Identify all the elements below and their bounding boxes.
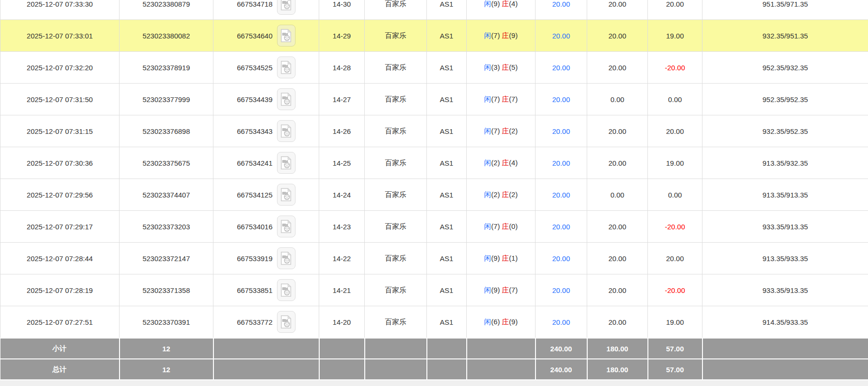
summary-winloss-total: 57.00 bbox=[666, 366, 684, 374]
bet-amount-link[interactable]: 20.00 bbox=[552, 32, 570, 40]
bet-amount-link[interactable]: 20.00 bbox=[552, 127, 570, 135]
round-number: 14-28 bbox=[332, 64, 351, 72]
summary-label: 小计 bbox=[53, 344, 67, 352]
banker-label: 庄 bbox=[502, 318, 509, 326]
video-replay-button[interactable] bbox=[277, 152, 295, 174]
win-loss-amount: 19.00 bbox=[666, 159, 684, 167]
cell-bet-id: 523023376898 bbox=[120, 115, 213, 147]
video-replay-button[interactable] bbox=[277, 0, 295, 15]
cell-bet-time: 2025-12-07 07:29:17 bbox=[0, 211, 120, 243]
bet-time: 2025-12-07 07:31:50 bbox=[27, 95, 92, 104]
table-row: 2025-12-07 07:33:30523023380879667534718… bbox=[0, 0, 868, 20]
video-record-icon bbox=[280, 315, 292, 329]
bet-amount-link[interactable]: 20.00 bbox=[552, 0, 570, 8]
bet-amount-link[interactable]: 20.00 bbox=[552, 191, 570, 199]
summary-empty bbox=[365, 359, 427, 380]
cell-win-loss: -20.00 bbox=[648, 274, 702, 306]
cell-round-number: 14-29 bbox=[319, 20, 365, 52]
bet-amount-link[interactable]: 20.00 bbox=[552, 64, 570, 72]
cell-game-type: 百家乐 bbox=[365, 243, 427, 274]
video-record-icon bbox=[280, 93, 292, 106]
bet-id: 523023370391 bbox=[142, 318, 190, 326]
cell-bet-amount: 20.00 bbox=[536, 20, 587, 52]
win-loss-amount: 0.00 bbox=[668, 95, 682, 104]
cell-game-type: 百家乐 bbox=[365, 115, 427, 147]
bet-amount-link[interactable]: 20.00 bbox=[552, 254, 570, 263]
cell-table-code: AS1 bbox=[427, 20, 467, 52]
table-code: AS1 bbox=[440, 127, 453, 135]
cell-round-number: 14-23 bbox=[319, 211, 365, 243]
cell-game-type: 百家乐 bbox=[365, 179, 427, 211]
bet-id: 523023371358 bbox=[142, 286, 190, 294]
cell-game-id: 667534439 bbox=[213, 84, 319, 115]
video-replay-button[interactable] bbox=[277, 184, 295, 206]
cell-game-result: 闲(7) 庄(7) bbox=[467, 84, 536, 115]
bet-amount-link[interactable]: 20.00 bbox=[552, 95, 570, 104]
table-code: AS1 bbox=[440, 32, 453, 40]
summary-empty bbox=[427, 338, 467, 359]
video-replay-button[interactable] bbox=[277, 311, 295, 333]
bet-id: 523023376898 bbox=[142, 127, 190, 135]
video-replay-button[interactable] bbox=[277, 247, 295, 269]
cell-table-code: AS1 bbox=[427, 179, 467, 211]
game-round-id: 667533919 bbox=[237, 254, 272, 263]
bet-time: 2025-12-07 07:28:44 bbox=[27, 254, 92, 263]
balance-before-after: 951.35/971.35 bbox=[763, 0, 808, 8]
cell-valid-amount: 20.00 bbox=[587, 306, 648, 339]
valid-amount: 20.00 bbox=[609, 286, 627, 294]
game-result: 闲(6) 庄(9) bbox=[484, 318, 518, 326]
video-replay-button[interactable] bbox=[277, 25, 295, 47]
video-replay-button[interactable] bbox=[277, 56, 295, 78]
player-label: 闲 bbox=[484, 286, 491, 294]
summary-empty bbox=[467, 359, 536, 380]
cell-valid-amount: 20.00 bbox=[587, 147, 648, 179]
summary-winloss-total: 57.00 bbox=[666, 345, 684, 353]
table-row: 2025-12-07 07:27:51523023370391667533772… bbox=[0, 306, 868, 339]
summary-bet-total: 240.00 bbox=[550, 366, 572, 374]
video-record-icon bbox=[280, 156, 292, 169]
cell-game-type: 百家乐 bbox=[365, 20, 427, 52]
cell-win-loss: -20.00 bbox=[648, 52, 702, 84]
bet-amount-link[interactable]: 20.00 bbox=[552, 159, 570, 167]
cell-game-result: 闲(2) 庄(4) bbox=[467, 147, 536, 179]
cell-game-id: 667534525 bbox=[213, 52, 319, 84]
video-replay-button[interactable] bbox=[277, 216, 295, 237]
cell-bet-amount: 20.00 bbox=[536, 211, 587, 243]
player-label: 闲 bbox=[484, 318, 491, 326]
bet-time: 2025-12-07 07:33:01 bbox=[27, 32, 92, 40]
banker-label: 庄 bbox=[502, 31, 509, 39]
bet-id: 523023373203 bbox=[142, 223, 190, 231]
round-number: 14-26 bbox=[332, 127, 351, 135]
video-replay-button[interactable] bbox=[277, 279, 295, 301]
video-record-icon bbox=[280, 283, 292, 297]
balance-before-after: 932.35/951.35 bbox=[763, 32, 808, 40]
round-number: 14-23 bbox=[332, 223, 351, 231]
summary-winloss-total: 57.00 bbox=[648, 359, 702, 380]
round-number: 14-24 bbox=[332, 191, 351, 199]
summary-label: 总计 bbox=[0, 359, 120, 380]
summary-label: 总计 bbox=[53, 365, 67, 373]
cell-balance: 932.35/952.35 bbox=[702, 115, 868, 147]
bet-amount-link[interactable]: 20.00 bbox=[552, 286, 570, 294]
summary-empty bbox=[467, 338, 536, 359]
cell-table-code: AS1 bbox=[427, 84, 467, 115]
round-number: 14-22 bbox=[332, 254, 351, 263]
round-number: 14-27 bbox=[332, 95, 351, 104]
video-replay-button[interactable] bbox=[277, 88, 295, 110]
valid-amount: 20.00 bbox=[609, 64, 627, 72]
bet-amount-link[interactable]: 20.00 bbox=[552, 318, 570, 326]
cell-game-type: 百家乐 bbox=[365, 274, 427, 306]
game-type: 百家乐 bbox=[385, 159, 406, 167]
cell-game-type: 百家乐 bbox=[365, 52, 427, 84]
cell-game-type: 百家乐 bbox=[365, 0, 427, 20]
video-replay-button[interactable] bbox=[277, 120, 295, 142]
valid-amount: 20.00 bbox=[609, 223, 627, 231]
cell-win-loss: 19.00 bbox=[648, 306, 702, 339]
bet-amount-link[interactable]: 20.00 bbox=[552, 223, 570, 231]
table-row: 2025-12-07 07:29:17523023373203667534016… bbox=[0, 211, 868, 243]
cell-bet-id: 523023373203 bbox=[120, 211, 213, 243]
valid-amount: 20.00 bbox=[609, 159, 627, 167]
cell-bet-id: 523023375675 bbox=[120, 147, 213, 179]
game-result: 闲(3) 庄(5) bbox=[484, 63, 518, 71]
cell-bet-id: 523023377999 bbox=[120, 84, 213, 115]
